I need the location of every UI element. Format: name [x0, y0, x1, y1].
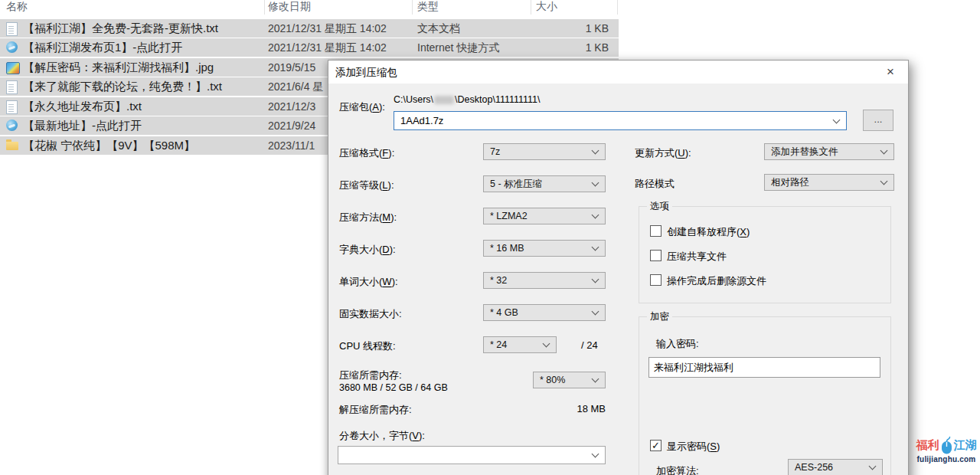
chevron-down-icon[interactable]: [592, 308, 599, 316]
level-value: 5 - 标准压缩: [490, 179, 542, 189]
memory-compress-detail: 3680 MB / 52 GB / 64 GB: [339, 382, 448, 393]
word-size-label: 单词大小(W):: [339, 275, 398, 289]
chevron-down-icon[interactable]: [880, 147, 888, 155]
dictionary-combobox[interactable]: * 16 MB: [483, 240, 606, 257]
memory-decompress-value: 18 MB: [535, 403, 606, 414]
options-group: 选项 创建自释放程序(X) 压缩共享文件 操作完成后删除源文件: [639, 206, 891, 303]
column-header-size[interactable]: 大小: [536, 0, 557, 15]
file-size: 1 KB: [536, 19, 609, 38]
level-combobox[interactable]: 5 - 标准压缩: [483, 175, 606, 192]
path-suffix: \Desktop\111111111\: [455, 94, 540, 105]
method-label: 压缩方法(M):: [339, 211, 397, 224]
update-mode-combobox[interactable]: 添加并替换文件: [764, 143, 894, 160]
encryption-group: 加密 输入密码: ✓ 显示密码(S) 加密算法: AES-256: [639, 316, 891, 475]
file-date: 2021/12/31 星期五 14:02: [268, 19, 387, 38]
archive-name-combobox[interactable]: 1AAd1.7z: [394, 111, 847, 130]
memory-usage-combobox[interactable]: * 80%: [533, 372, 606, 388]
mouse-icon: [940, 435, 953, 455]
file-name: 【福利江湖发布页1】-点此打开: [23, 38, 182, 57]
internet-shortcut-icon: [6, 120, 18, 131]
text-file-icon: [6, 22, 18, 36]
cpu-threads-value: * 24: [490, 339, 507, 350]
column-separator: [617, 0, 618, 15]
file-name: 【来了就能下载的论坛，纯免费！】.txt: [23, 77, 222, 96]
cpu-threads-combobox[interactable]: * 24: [483, 336, 557, 353]
chevron-down-icon[interactable]: [592, 244, 599, 251]
chevron-down-icon[interactable]: [592, 450, 599, 458]
password-label: 输入密码:: [656, 337, 699, 351]
show-password-label[interactable]: 显示密码(S): [667, 440, 720, 454]
chevron-down-icon[interactable]: [592, 276, 599, 283]
memory-usage-value: * 80%: [540, 375, 565, 385]
volume-size-label: 分卷大小，字节(V):: [339, 429, 425, 443]
volume-size-combobox[interactable]: [338, 446, 606, 464]
chevron-down-icon[interactable]: [833, 116, 841, 123]
file-row[interactable]: 【福利江湖发布页1】-点此打开 2021/12/31 星期五 14:02 Int…: [0, 38, 619, 57]
file-name: 【福利江湖】全免费-无套路-更新快.txt: [23, 19, 218, 38]
password-input[interactable]: [648, 357, 880, 378]
file-date: 2021/12/3: [268, 97, 315, 116]
file-date: 2023/11/1: [268, 136, 315, 155]
delete-after-checkbox[interactable]: [650, 274, 662, 286]
path-mode-combobox[interactable]: 相对路径: [764, 174, 894, 191]
sfx-checkbox[interactable]: [650, 225, 662, 237]
encryption-method-value: AES-256: [795, 462, 833, 473]
method-combobox[interactable]: * LZMA2: [483, 208, 606, 224]
method-value: * LZMA2: [490, 211, 528, 221]
sfx-checkbox-label[interactable]: 创建自释放程序(X): [667, 225, 750, 239]
desktop-screen: 名称 修改日期 类型 大小 【福利江湖】全免费-无套路-更新快.txt 2021…: [0, 0, 980, 475]
delete-after-checkbox-label[interactable]: 操作完成后删除源文件: [667, 274, 766, 288]
chevron-down-icon[interactable]: [543, 340, 550, 348]
dictionary-value: * 16 MB: [490, 243, 524, 254]
column-separator: [531, 0, 531, 15]
column-separator: [412, 0, 413, 15]
browse-button[interactable]: ...: [863, 110, 893, 131]
text-file-icon: [6, 100, 18, 114]
solid-block-value: * 4 GB: [490, 307, 518, 318]
solid-block-label: 固实数据大小:: [339, 307, 402, 321]
file-type: 文本文档: [417, 19, 460, 38]
path-mode-value: 相对路径: [771, 177, 809, 188]
column-header-date[interactable]: 修改日期: [268, 0, 311, 15]
shared-files-checkbox-label[interactable]: 压缩共享文件: [667, 250, 727, 264]
chevron-down-icon[interactable]: [880, 178, 888, 185]
shared-files-checkbox[interactable]: [650, 250, 662, 261]
check-icon: ✓: [652, 440, 660, 451]
level-label: 压缩等级(L):: [339, 179, 394, 192]
dialog-titlebar[interactable]: 添加到压缩包 ×: [328, 61, 908, 84]
file-date: 2021/9/24: [268, 116, 315, 135]
logo-domain: fulijianghu.com: [913, 455, 980, 464]
show-password-checkbox[interactable]: ✓: [650, 440, 662, 451]
file-row[interactable]: 【福利江湖】全免费-无套路-更新快.txt 2021/12/31 星期五 14:…: [0, 19, 619, 38]
update-mode-label: 更新方式(U):: [635, 146, 691, 160]
chevron-down-icon[interactable]: [592, 375, 599, 383]
format-combobox[interactable]: 7z: [483, 143, 606, 160]
add-to-archive-dialog: 添加到压缩包 × 压缩包(A): C:\Users\\Desktop\11111…: [328, 60, 909, 475]
cpu-threads-label: CPU 线程数:: [339, 339, 396, 353]
archive-name-value: 1AAd1.7z: [400, 115, 443, 126]
encryption-method-label: 加密算法:: [656, 464, 699, 475]
close-icon[interactable]: ×: [877, 62, 903, 81]
archive-path: C:\Users\\Desktop\111111111\: [394, 94, 541, 105]
chevron-down-icon[interactable]: [592, 211, 599, 219]
word-size-combobox[interactable]: * 32: [483, 272, 606, 289]
dictionary-label: 字典大小(D):: [339, 243, 396, 257]
file-size: 1 KB: [536, 38, 609, 57]
column-header-type[interactable]: 类型: [417, 0, 439, 15]
chevron-down-icon[interactable]: [869, 463, 877, 470]
file-name: 【最新地址】-点此打开: [23, 116, 142, 135]
solid-block-combobox[interactable]: * 4 GB: [483, 304, 606, 321]
column-header-name[interactable]: 名称: [6, 0, 28, 15]
archive-label: 压缩包(A):: [339, 100, 385, 114]
text-file-icon: [6, 80, 18, 94]
internet-shortcut-icon: [6, 41, 18, 53]
format-label: 压缩格式(F):: [339, 146, 394, 160]
file-date: 2019/5/15: [268, 58, 315, 77]
chevron-down-icon[interactable]: [592, 147, 599, 155]
cpu-threads-max: / 24: [581, 339, 598, 351]
redacted-username: [434, 96, 454, 104]
encryption-method-combobox[interactable]: AES-256: [788, 459, 883, 475]
logo-text-right: 江湖: [954, 438, 977, 453]
chevron-down-icon[interactable]: [592, 179, 599, 187]
image-file-icon: [6, 62, 20, 74]
